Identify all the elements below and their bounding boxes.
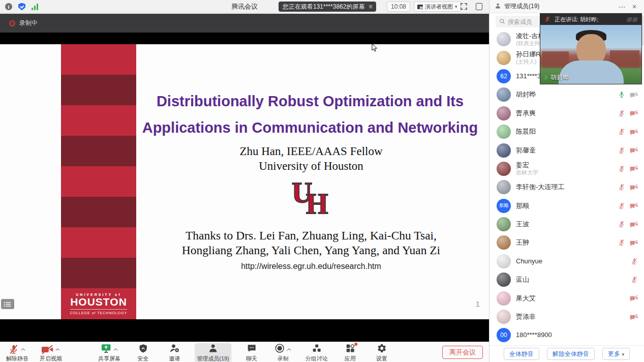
members-icon [208,343,218,355]
start-video-button[interactable]: 开启视频 [38,343,64,362]
speaker-video-frame: 胡封晔 [540,25,641,84]
shared-screen-stage: UNIVERSITY of HOUSTON COLLEGE of TECHNOL… [0,33,489,342]
apps-icon [345,343,355,355]
network-signal-icon[interactable] [32,4,38,10]
member-row[interactable]: 王波 [489,215,644,233]
leave-meeting-button[interactable]: 离开会议 [442,346,483,359]
slide-title: Distributionally Robust Optimization and… [133,88,487,141]
share-screen-button[interactable]: 共享屏幕 [96,343,122,362]
member-row[interactable]: 姜宏 吉林大学 [489,160,644,178]
meeting-info-icon[interactable]: i [5,3,12,10]
member-row[interactable]: 贾涤非 [489,308,644,326]
watching-screen-label: 您正在观看131****3862的屏幕 [283,3,364,11]
member-name: 王波 [516,220,613,228]
apps-button[interactable]: 应用 [339,343,361,362]
member-camera-status-icon [630,202,638,209]
member-avatar [497,32,511,46]
breakout-rooms-button[interactable]: 分组讨论 [303,343,330,362]
member-camera-status-icon [630,239,638,246]
member-mic-status-icon [618,239,625,246]
member-avatar [497,125,511,139]
member-row[interactable]: 果大艾 [489,289,644,307]
security-button[interactable]: 安全 [132,343,154,362]
more-button[interactable]: 更多 ▾ [602,348,630,360]
member-camera-status-icon [630,184,638,191]
video-options-chevron-icon[interactable] [55,348,60,351]
member-name: 胡封晔 [516,90,613,99]
record-icon [274,343,285,355]
member-avatar [497,87,511,102]
member-row[interactable]: 曹承爽 [489,104,644,123]
unmute-button[interactable]: 解除静音 [4,343,30,362]
panel-close-icon[interactable]: × [630,3,639,11]
video-name-label: 胡封晔 [543,73,569,82]
speaker-video-thumbnail[interactable]: 正在讲话: 胡封晔; 胡封晔 [540,13,642,84]
member-name: 陈晨阳 [516,128,613,136]
slide-title-line2: Applications in Communication and Networ… [133,114,487,141]
slide-body: Zhu Han, IEEE/AAAS Fellow University of … [136,144,486,271]
record-button[interactable]: 录制 [272,343,294,362]
pill-menu-icon[interactable]: ≡ [369,3,372,10]
member-avatar [497,51,511,65]
record-options-chevron-icon[interactable] [286,348,292,351]
breakout-rooms-icon [312,343,322,355]
member-avatar [497,106,511,120]
member-mic-status-icon [631,258,638,265]
view-mode-button[interactable]: 演讲者视图 ▾ [414,2,461,12]
unmute-all-button[interactable]: 解除全体静音 [547,348,595,360]
settings-button[interactable]: 设置 [371,343,393,362]
panel-more-icon[interactable]: ⋯ [618,3,627,11]
uh-interlock-logo: U H [286,179,336,224]
member-row[interactable]: 王翀 [489,233,644,252]
member-mic-status-icon [618,110,625,117]
member-row[interactable]: 胡封晔 [489,85,644,104]
recording-dot-icon [9,20,15,26]
member-camera-status-icon [630,221,638,228]
invite-icon [169,343,179,355]
settings-gear-icon [377,343,387,355]
member-camera-status-icon [630,129,638,135]
member-mic-status-icon [618,165,625,172]
search-icon [499,17,505,26]
watching-screen-pill[interactable]: 您正在观看131****3862的屏幕 ≡ [279,2,376,12]
video-mic-on-icon [543,75,549,81]
member-avatar [497,273,511,287]
manage-members-button[interactable]: 管理成员(19) [195,343,231,362]
member-name: 180****8900 [516,331,633,339]
meeting-protect-icon[interactable] [18,3,25,11]
member-row[interactable]: 蓝山 [489,270,644,289]
member-row[interactable]: 00 180****8900 [489,326,644,344]
slide-author: Zhu Han, IEEE/AAAS Fellow [136,144,486,159]
share-options-chevron-icon[interactable] [113,348,118,351]
member-avatar [497,291,511,306]
member-name: 果大艾 [516,294,625,303]
invite-button[interactable]: 邀请 [163,343,186,362]
members-panel-header: 管理成员(19) ⋯ × [489,0,644,13]
chat-button[interactable]: 聊天 [240,343,263,362]
share-screen-icon [101,343,111,355]
member-mic-status-icon [618,202,625,209]
member-row[interactable]: Chunyue [489,252,644,270]
member-name: 蓝山 [516,276,626,284]
members-panel-footer: 全体静音 解除全体静音 更多 ▾ [489,345,644,362]
member-row[interactable]: 郭馨童 [489,141,644,159]
banner-decor-icon [627,17,637,22]
member-avatar [497,217,511,231]
member-avatar [497,254,511,268]
member-row[interactable]: 那顺 那顺 [489,197,644,215]
window-layout-icon[interactable] [476,3,482,10]
banner-mic-muted-icon [544,16,550,22]
mute-all-button[interactable]: 全体静音 [504,348,539,360]
mic-options-chevron-icon[interactable] [20,348,26,351]
recording-bar: 录制中 [0,14,489,33]
member-row[interactable]: 李轩衡-大连理工 [489,178,644,196]
uh-logo-line3: COLLEGE of TECHNOLOGY [70,309,128,315]
recording-label: 录制中 [19,19,38,27]
agenda-toggle-button[interactable] [1,299,14,309]
member-avatar [497,143,511,158]
uh-college-logo: UNIVERSITY of HOUSTON COLLEGE of TECHNOL… [61,288,136,319]
window-titlebar: 腾讯会议 i 您正在观看131****3862的屏幕 ≡ 10:08 演讲者视图… [0,0,489,13]
member-name: Chunyue [516,257,626,265]
fullscreen-icon[interactable] [460,3,468,12]
member-row[interactable]: 陈晨阳 [489,123,644,141]
